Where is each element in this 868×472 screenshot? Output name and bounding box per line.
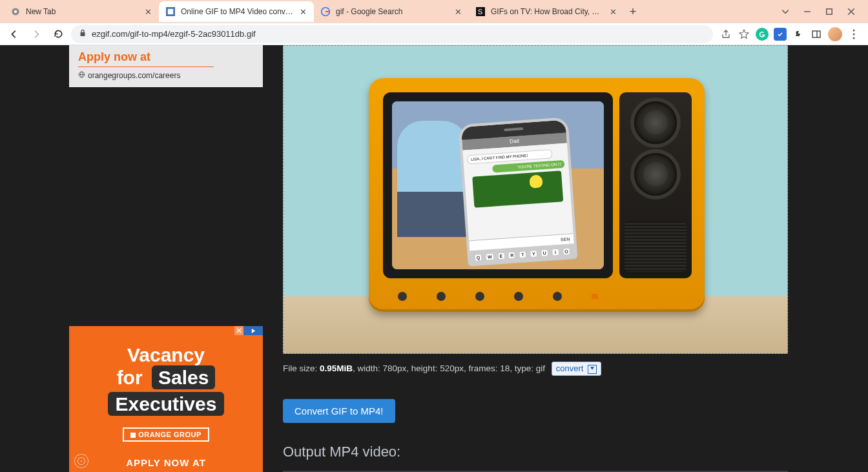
browser-chrome: New Tab ✕ Online GIF to MP4 Video conver… — [0, 0, 868, 45]
tv-knob — [514, 292, 523, 301]
back-button[interactable] — [5, 25, 23, 43]
star-icon[interactable] — [738, 28, 750, 41]
tv-knob — [553, 292, 562, 301]
tab-title: Online GIF to MP4 Video convert — [181, 7, 293, 16]
tv-dial-bottom — [634, 153, 677, 196]
ad-headline: Vacancy for Sales Executives — [81, 344, 251, 416]
tv-screen: Dad LISA, I CAN'T FIND MY PHONE! YOU'RE … — [392, 101, 604, 269]
side-panel-icon[interactable] — [810, 28, 823, 41]
close-window-icon[interactable] — [846, 6, 856, 17]
share-icon[interactable] — [719, 28, 732, 41]
ad-top-site: orangegroups.com/careers — [88, 71, 180, 80]
menu-icon[interactable] — [847, 28, 860, 41]
file-dims: , width: 780px, height: 520px, frames: 1… — [353, 364, 545, 373]
phone-illustration: Dad LISA, I CAN'T FIND MY PHONE! YOU'RE … — [459, 117, 578, 266]
maximize-icon[interactable] — [824, 6, 834, 17]
ad-top-rule — [78, 67, 214, 67]
close-icon[interactable]: ✕ — [453, 7, 462, 16]
ezgif-favicon-icon — [165, 6, 176, 17]
retro-tv: Dad LISA, I CAN'T FIND MY PHONE! YOU'RE … — [369, 78, 705, 312]
extensions-puzzle-icon[interactable] — [792, 28, 805, 41]
svg-point-12 — [853, 29, 855, 31]
url-text: ezgif.com/gif-to-mp4/ezgif-5-2ac93011db.… — [92, 29, 705, 39]
lock-icon — [79, 29, 87, 39]
grammarly-icon[interactable] — [756, 28, 769, 41]
tab-title: gif - Google Search — [336, 7, 448, 16]
tv-knob — [398, 292, 407, 301]
google-favicon-icon — [320, 6, 331, 17]
toolbar: ezgif.com/gif-to-mp4/ezgif-5-2ac93011db.… — [0, 23, 868, 45]
address-bar[interactable]: ezgif.com/gif-to-mp4/ezgif-5-2ac93011db.… — [71, 25, 713, 43]
tab-article[interactable]: S GIFs on TV: How Broad City, The ✕ — [469, 1, 624, 22]
tv-bottom-controls — [383, 290, 613, 303]
extension-blue-icon[interactable] — [774, 28, 787, 41]
file-info: File size: 0.95MiB, width: 780px, height… — [283, 362, 788, 376]
file-size-label: File size: — [283, 364, 320, 373]
toolbar-right — [717, 27, 863, 41]
chevron-down-icon[interactable] — [780, 6, 790, 17]
tab-title: GIFs on TV: How Broad City, The — [491, 7, 603, 16]
globe-icon — [78, 71, 85, 80]
tv-bezel: Dad LISA, I CAN'T FIND MY PHONE! YOU'RE … — [383, 92, 613, 278]
window-controls — [780, 6, 864, 17]
forward-button[interactable] — [27, 25, 45, 43]
close-icon[interactable]: ✕ — [298, 7, 307, 16]
svg-point-1 — [14, 10, 17, 13]
ad-cta: APPLY NOW AT — [81, 457, 251, 468]
svg-rect-8 — [827, 9, 832, 14]
tab-google-search[interactable]: gif - Google Search ✕ — [314, 1, 469, 22]
phone-messages: LISA, I CAN'T FIND MY PHONE! YOU'RE TEXT… — [462, 143, 573, 241]
main-column: Dad LISA, I CAN'T FIND MY PHONE! YOU'RE … — [283, 45, 788, 472]
ad-brand-badge: ORANGE GROUP — [123, 427, 209, 442]
svg-point-13 — [853, 33, 855, 35]
tab-new-tab[interactable]: New Tab ✕ — [4, 1, 159, 22]
chrome-favicon-icon — [10, 6, 21, 17]
svg-rect-10 — [812, 31, 820, 37]
ad-close-icon[interactable]: ✕ — [234, 326, 243, 335]
ad-word-executives: Executives — [108, 392, 225, 416]
ad-word-for: for — [117, 367, 143, 388]
ad-decoration-icon — [74, 454, 88, 468]
svg-point-14 — [853, 37, 855, 39]
tv-knob — [437, 292, 446, 301]
close-icon[interactable]: ✕ — [608, 7, 617, 16]
tab-strip: New Tab ✕ Online GIF to MP4 Video conver… — [0, 0, 868, 23]
ad-word-vacancy: Vacancy — [127, 344, 205, 365]
ad-top[interactable]: Apply now at orangegroups.com/careers — [69, 45, 263, 87]
page-content: Apply now at orangegroups.com/careers ✕ … — [0, 45, 868, 472]
file-size-value: 0.95MiB — [320, 364, 353, 373]
convert-link[interactable]: convert — [552, 362, 601, 376]
close-icon[interactable]: ✕ — [143, 7, 152, 16]
svg-rect-3 — [168, 9, 173, 14]
homer-icon — [529, 174, 542, 188]
gif-attachment — [472, 170, 563, 208]
cartoon-figure — [397, 121, 468, 237]
adchoices-icon[interactable] — [243, 326, 263, 335]
convert-button[interactable]: Convert GIF to MP4! — [283, 399, 395, 423]
tv-knob — [475, 292, 484, 301]
new-tab-button[interactable]: + — [624, 3, 642, 21]
reload-button[interactable] — [49, 25, 67, 43]
ad-top-url: orangegroups.com/careers — [78, 71, 254, 80]
download-icon — [588, 365, 597, 374]
svg-rect-9 — [81, 32, 85, 36]
ad-top-title: Apply now at — [78, 50, 254, 64]
ad-word-sales: Sales — [152, 365, 215, 389]
site-favicon-icon: S — [475, 6, 486, 17]
tv-led-icon — [592, 294, 598, 299]
gif-preview: Dad LISA, I CAN'T FIND MY PHONE! YOU'RE … — [283, 45, 788, 354]
avatar[interactable] — [828, 27, 842, 41]
left-sidebar: Apply now at orangegroups.com/careers ✕ … — [69, 45, 263, 472]
tab-title: New Tab — [26, 7, 138, 16]
tv-control-panel — [619, 92, 692, 278]
minimize-icon[interactable] — [802, 6, 812, 17]
convert-link-text: convert — [556, 364, 584, 373]
tv-dial-top — [634, 101, 677, 144]
ad-bottom[interactable]: ✕ Vacancy for Sales Executives ORANGE GR… — [69, 326, 263, 472]
tv-speaker — [625, 221, 687, 272]
output-title: Output MP4 video: — [283, 444, 788, 460]
svg-text:S: S — [478, 8, 482, 15]
tab-ezgif[interactable]: Online GIF to MP4 Video convert ✕ — [159, 1, 314, 22]
tv-body: Dad LISA, I CAN'T FIND MY PHONE! YOU'RE … — [369, 78, 705, 312]
